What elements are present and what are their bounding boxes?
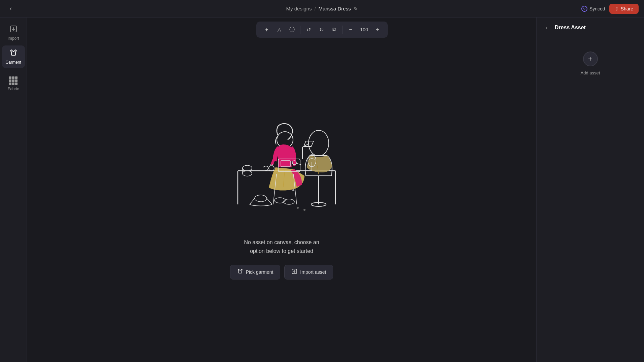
share-icon: ⇧ (615, 6, 619, 11)
header-right: ↻ Synced ⇧ Share (581, 4, 639, 14)
panel-content: + Add asset (537, 38, 644, 362)
import-asset-button[interactable]: Import asset (284, 265, 333, 279)
zoom-value: 100 (357, 27, 371, 32)
undo-button[interactable]: ↺ (302, 24, 315, 36)
toolbar-divider-1 (300, 26, 300, 34)
empty-state-line1: No asset on canvas, choose an (244, 239, 319, 245)
svg-point-32 (292, 189, 294, 191)
synced-icon: ↻ (581, 6, 587, 12)
add-asset-plus-icon: + (588, 55, 592, 63)
svg-point-19 (243, 171, 252, 176)
panel-title: Dress Asset (555, 25, 586, 31)
svg-point-4 (309, 130, 329, 156)
info-tool-icon: ⓘ (289, 26, 295, 33)
sidebar-item-garment[interactable]: Garment (2, 45, 25, 68)
header-left: ‹ (5, 3, 16, 14)
synced-label: Synced (589, 6, 605, 11)
share-label: Share (621, 6, 633, 11)
zoom-controls: − 100 + (345, 24, 384, 36)
svg-point-20 (255, 195, 267, 202)
illustration (211, 100, 352, 228)
zoom-in-icon: + (376, 27, 379, 33)
toolbar-divider-2 (342, 26, 343, 34)
shape-tool-icon: △ (277, 27, 281, 33)
pick-garment-button[interactable]: Pick garment (230, 265, 281, 279)
pick-garment-label: Pick garment (246, 269, 273, 275)
panel-collapse-button[interactable]: ‹ (542, 23, 551, 32)
fabric-icon (9, 73, 18, 85)
svg-point-31 (303, 209, 305, 211)
svg-line-11 (296, 163, 301, 165)
share-button[interactable]: ⇧ Share (609, 4, 639, 14)
redo-button[interactable]: ↻ (315, 24, 327, 36)
zoom-in-button[interactable]: + (372, 24, 384, 36)
zoom-out-icon: − (349, 27, 352, 33)
edit-title-icon[interactable]: ✎ (353, 6, 358, 12)
select-tool-icon: ✦ (264, 27, 269, 33)
svg-line-21 (250, 198, 255, 204)
back-icon: ‹ (10, 5, 12, 12)
breadcrumb-separator: / (314, 6, 316, 11)
action-buttons: Pick garment Import asset (230, 265, 333, 279)
canvas-area: No asset on canvas, choose an option bel… (27, 18, 536, 362)
add-asset-button[interactable]: + (583, 52, 598, 66)
back-button[interactable]: ‹ (5, 3, 16, 14)
sidebar-item-import-label: Import (7, 36, 19, 41)
svg-point-30 (297, 207, 299, 209)
undo-icon: ↺ (307, 27, 311, 33)
svg-line-22 (267, 198, 272, 204)
export-button[interactable]: ⧉ (328, 24, 340, 36)
header: ‹ My designs / Marissa Dress ✎ ↻ Synced … (0, 0, 644, 18)
zoom-out-button[interactable]: − (345, 24, 357, 36)
toolbar: ✦ △ ⓘ ↺ ↻ ⧉ − 100 + (256, 22, 388, 38)
svg-point-16 (243, 165, 252, 171)
info-tool-button[interactable]: ⓘ (286, 24, 298, 36)
right-panel-header: ‹ Dress Asset (537, 18, 644, 38)
select-tool-button[interactable]: ✦ (260, 24, 272, 36)
add-asset-label: Add asset (581, 70, 600, 75)
canvas-illustration (211, 100, 352, 228)
sidebar-item-fabric-label: Fabric (8, 87, 19, 91)
sidebar-item-garment-label: Garment (5, 60, 21, 65)
empty-state: No asset on canvas, choose an option bel… (244, 238, 319, 255)
import-asset-label: Import asset (300, 269, 326, 275)
svg-point-27 (284, 199, 294, 204)
pick-garment-icon (237, 268, 243, 276)
svg-point-23 (269, 166, 274, 171)
redo-icon: ↻ (319, 27, 324, 33)
breadcrumb: My designs / Marissa Dress ✎ (286, 6, 358, 12)
shape-tool-button[interactable]: △ (273, 24, 285, 36)
import-icon (9, 25, 18, 34)
breadcrumb-current-page: Marissa Dress (319, 6, 351, 11)
right-panel: ‹ Dress Asset + Add asset (536, 18, 644, 362)
breadcrumb-my-designs[interactable]: My designs (286, 6, 312, 11)
garment-icon (9, 49, 18, 58)
panel-collapse-icon: ‹ (546, 25, 548, 30)
empty-state-line2: option below to get started (250, 248, 313, 254)
export-icon: ⧉ (332, 27, 336, 33)
empty-state-title: No asset on canvas, choose an option bel… (244, 238, 319, 255)
sidebar-item-fabric[interactable]: Fabric (2, 69, 25, 95)
synced-badge: ↻ Synced (581, 6, 605, 12)
sidebar-item-import[interactable]: Import (2, 22, 25, 44)
import-asset-icon (291, 268, 297, 276)
sidebar: Import Garment Fabric (0, 18, 27, 362)
